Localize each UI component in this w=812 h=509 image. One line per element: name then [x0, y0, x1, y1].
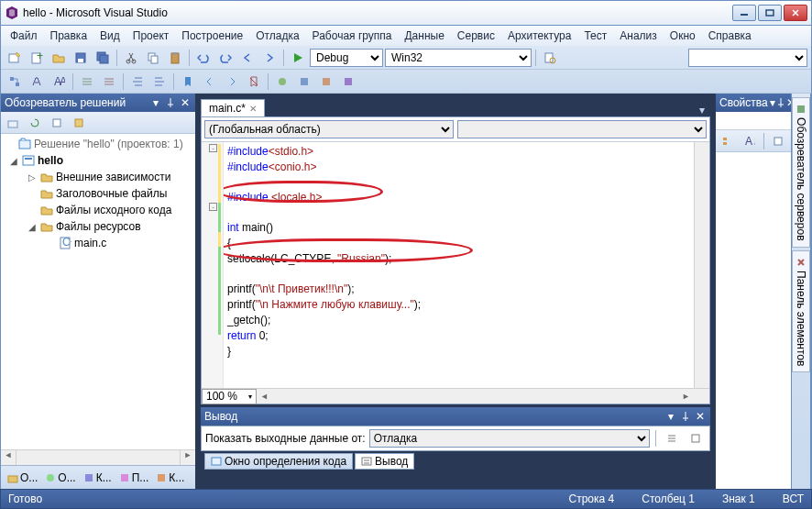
btab-0[interactable]: О... [5, 470, 40, 486]
font-size-button[interactable]: AA [49, 72, 69, 92]
menu-file[interactable]: Файл [5, 28, 43, 44]
menu-project[interactable]: Проект [127, 28, 175, 44]
save-all-button[interactable] [93, 48, 113, 68]
tool-misc2-button[interactable] [294, 72, 314, 92]
menu-team[interactable]: Рабочая группа [307, 28, 398, 44]
menu-debug[interactable]: Отладка [250, 28, 304, 44]
code-editor[interactable]: #include<stdio.h> #include<conio.h> #inc… [224, 142, 694, 388]
properties-object-select[interactable] [716, 112, 791, 130]
close-panel-icon[interactable]: ✕ [179, 96, 192, 109]
tool-misc1-button[interactable] [272, 72, 292, 92]
prop-categorize-button[interactable] [718, 131, 738, 151]
close-panel-icon[interactable]: ✕ [694, 410, 707, 423]
properties-grid[interactable] [716, 152, 791, 489]
editor-vscroll[interactable] [694, 142, 709, 388]
hscroll-left-icon[interactable]: ◄ [257, 392, 272, 401]
tab-code-definition[interactable]: Окно определения кода [204, 453, 353, 470]
editor-tab-mainc[interactable]: main.c* ✕ [201, 99, 265, 116]
solution-hscroll[interactable]: ◄ ► [1, 449, 195, 465]
pin-icon[interactable] [777, 96, 785, 109]
nav-fwd-button[interactable] [259, 48, 280, 68]
minimize-button[interactable] [732, 5, 756, 21]
tool-misc4-button[interactable] [338, 72, 358, 92]
vtab-toolbox[interactable]: Панель элементов [792, 250, 810, 372]
redo-button[interactable] [215, 48, 236, 68]
tab-output[interactable]: Вывод [355, 453, 414, 470]
maximize-button[interactable] [758, 5, 782, 21]
btab-3[interactable]: П... [116, 470, 152, 486]
menu-data[interactable]: Данные [399, 28, 449, 44]
comment-button[interactable] [77, 72, 97, 92]
prop-alpha-button[interactable]: A↓ [740, 131, 760, 151]
menu-window[interactable]: Окно [664, 28, 701, 44]
uncomment-button[interactable] [99, 72, 119, 92]
menu-tools[interactable]: Сервис [452, 28, 500, 44]
sol-refresh-button[interactable] [25, 113, 45, 133]
close-tab-icon[interactable]: ✕ [249, 104, 257, 114]
cut-button[interactable] [121, 48, 141, 68]
indent-button[interactable] [127, 72, 148, 92]
menu-help[interactable]: Справка [703, 28, 757, 44]
vtab-server-explorer[interactable]: Обозреватель серверов [792, 97, 810, 248]
scope-right-select[interactable] [457, 120, 707, 138]
dedent-button[interactable] [149, 72, 170, 92]
btab-4[interactable]: К... [153, 470, 187, 486]
bookmark-button[interactable] [178, 72, 198, 92]
paste-button[interactable] [165, 48, 185, 68]
tab-overflow-icon[interactable]: ▾ [694, 104, 710, 116]
sol-properties-button[interactable] [69, 113, 89, 133]
menu-arch[interactable]: Архитектура [502, 28, 577, 44]
solution-tree[interactable]: Решение "hello" (проектов: 1) ◢ hello ▷ … [1, 134, 195, 449]
menu-view[interactable]: Вид [94, 28, 126, 44]
tree-file-mainc[interactable]: C+ main.c [1, 235, 195, 251]
code-margin[interactable]: - - [202, 142, 224, 388]
pin-icon[interactable] [679, 410, 692, 423]
tree-folder-headers[interactable]: Заголовочные файлы [1, 185, 195, 202]
highlight-button[interactable] [27, 72, 47, 92]
tree-folder-ext-deps[interactable]: ▷ Внешние зависимости [1, 169, 195, 185]
tool-misc3-button[interactable] [316, 72, 336, 92]
pin-icon[interactable] [164, 96, 177, 109]
tree-solution-root[interactable]: Решение "hello" (проектов: 1) [1, 136, 195, 152]
config-select[interactable]: Debug [310, 48, 383, 68]
close-button[interactable] [784, 5, 807, 21]
nav-back-button[interactable] [237, 48, 258, 68]
svg-text:A: A [60, 75, 65, 88]
start-debug-button[interactable] [288, 48, 308, 68]
new-project-button[interactable] [5, 48, 25, 68]
undo-button[interactable] [193, 48, 214, 68]
platform-select[interactable]: Win32 [385, 48, 532, 68]
relations-button[interactable] [5, 72, 25, 92]
panel-menu-icon[interactable]: ▾ [770, 96, 775, 109]
find-in-files-button[interactable] [540, 48, 560, 68]
zoom-level[interactable]: 100 %▾ [202, 389, 257, 404]
output-tool1-button[interactable] [662, 428, 682, 448]
clear-bookmarks-button[interactable] [244, 72, 264, 92]
btab-2[interactable]: К... [81, 470, 115, 486]
next-bookmark-button[interactable] [222, 72, 242, 92]
open-button[interactable] [49, 48, 69, 68]
sol-showall-button[interactable] [47, 113, 67, 133]
hscroll-right-icon[interactable]: ► [678, 392, 694, 401]
btab-1[interactable]: О... [42, 470, 78, 486]
output-source-select[interactable]: Отладка [369, 429, 650, 448]
menu-analyze[interactable]: Анализ [614, 28, 663, 44]
menu-build[interactable]: Построение [176, 28, 248, 44]
prev-bookmark-button[interactable] [200, 72, 220, 92]
panel-menu-icon[interactable]: ▾ [664, 410, 677, 423]
panel-menu-icon[interactable]: ▾ [149, 96, 162, 109]
menu-edit[interactable]: Правка [45, 28, 93, 44]
save-button[interactable] [71, 48, 91, 68]
prop-pages-button[interactable] [768, 131, 788, 151]
copy-button[interactable] [143, 48, 163, 68]
quick-find-input[interactable] [688, 48, 807, 68]
scope-left-select[interactable]: (Глобальная область) [204, 120, 454, 138]
tree-project[interactable]: ◢ hello [1, 152, 195, 169]
tree-folder-resources[interactable]: ◢ Файлы ресурсов [1, 218, 195, 235]
output-tool2-button[interactable] [686, 428, 706, 448]
svg-rect-8 [100, 55, 108, 63]
menu-test[interactable]: Тест [578, 28, 612, 44]
tree-folder-source[interactable]: Файлы исходного кода [1, 202, 195, 218]
add-item-button[interactable]: + [27, 48, 47, 68]
sol-home-button[interactable] [3, 113, 23, 133]
